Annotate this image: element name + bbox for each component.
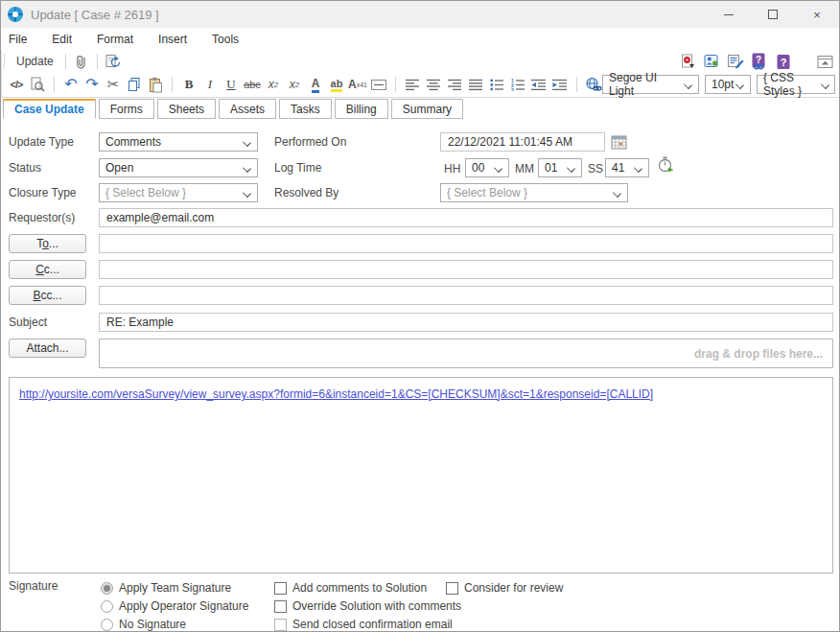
radio-no-signature[interactable]: No Signature <box>101 618 186 631</box>
format-toolbar: </> ↶ ↷ ✂ B I U abc x2 x2 A ab Ax41 <box>1 72 839 98</box>
numbered-list-icon[interactable]: 123 <box>507 75 528 94</box>
update-button[interactable]: Update <box>11 55 59 68</box>
maximize-button[interactable] <box>751 1 795 28</box>
horizontal-rule-icon[interactable] <box>368 75 389 94</box>
css-styles-select[interactable]: { CSS Styles } <box>757 75 835 94</box>
undo-icon[interactable]: ↶ <box>60 75 82 94</box>
tab-assets[interactable]: Assets <box>219 99 276 119</box>
performed-on-input[interactable]: 22/12/2021 11:01:45 AM <box>440 132 605 152</box>
align-center-icon[interactable] <box>423 75 444 94</box>
checkbox-icon <box>274 619 287 631</box>
subject-label: Subject <box>9 316 47 329</box>
menu-insert[interactable]: Insert <box>158 33 187 46</box>
requestors-input[interactable]: example@email.com <box>99 208 833 227</box>
status-select[interactable]: Open <box>99 158 258 177</box>
subscript-icon[interactable]: x2 <box>284 75 305 94</box>
resolved-by-select[interactable]: { Select Below } <box>440 183 628 202</box>
indent-icon[interactable] <box>549 75 571 94</box>
menu-format[interactable]: Format <box>97 33 133 46</box>
font-name-select[interactable]: Segoe UI Light <box>602 75 699 94</box>
tab-case-update[interactable]: Case Update <box>3 99 96 119</box>
tab-forms[interactable]: Forms <box>99 99 154 119</box>
bcc-input[interactable] <box>99 286 833 305</box>
checkbox-icon <box>446 582 458 595</box>
radio-apply-operator-signature[interactable]: Apply Operator Signature <box>101 599 248 613</box>
to-button[interactable]: To... <box>9 234 86 253</box>
message-body-editor[interactable]: http://yoursite.com/versaSurvey/view_sur… <box>9 377 833 573</box>
cc-button[interactable]: Cc... <box>9 260 86 279</box>
ss-select[interactable]: 41 <box>605 158 649 177</box>
resolved-by-label: Resolved By <box>274 186 338 199</box>
reload-template-icon[interactable] <box>104 53 123 70</box>
tab-sheets[interactable]: Sheets <box>157 99 216 119</box>
hh-select[interactable]: 00 <box>465 158 509 177</box>
chevron-down-icon <box>244 138 251 146</box>
checkbox-send-closed-confirmation[interactable]: Send closed confirmation email <box>274 618 453 631</box>
closure-type-select[interactable]: { Select Below } <box>99 183 258 202</box>
edit-form-icon[interactable] <box>726 53 745 70</box>
survey-link[interactable]: http://yoursite.com/versaSurvey/view_sur… <box>19 387 653 401</box>
checkbox-icon <box>274 582 287 595</box>
attachment-dropzone[interactable]: drag & drop files here... <box>99 339 833 368</box>
checkbox-override-solution[interactable]: Override Solution with comments <box>274 599 461 613</box>
insert-character-icon[interactable]: Ax41 <box>347 75 368 94</box>
cc-input[interactable] <box>99 260 833 279</box>
collapse-toolbar-icon[interactable] <box>815 53 834 70</box>
toolbar-grip <box>4 54 5 69</box>
bullet-list-icon[interactable] <box>486 75 507 94</box>
separator <box>576 77 577 92</box>
checkbox-consider-for-review[interactable]: Consider for review <box>446 581 563 595</box>
close-button[interactable]: × <box>795 1 839 28</box>
menu-tools[interactable]: Tools <box>212 33 239 46</box>
knowledge-base-icon[interactable]: ? <box>774 53 793 70</box>
action-toolbar: Update ? ? <box>1 51 839 72</box>
font-color-icon[interactable]: A <box>305 75 326 94</box>
tab-tasks[interactable]: Tasks <box>279 99 332 119</box>
timer-icon[interactable] <box>657 156 675 175</box>
update-type-select[interactable]: Comments <box>99 132 258 152</box>
attach-button[interactable]: Attach... <box>9 339 86 358</box>
copy-icon[interactable] <box>124 75 145 94</box>
separator <box>172 77 173 92</box>
chevron-down-icon <box>244 164 251 172</box>
bold-icon[interactable]: B <box>178 75 199 94</box>
insert-link-icon[interactable] <box>583 75 604 94</box>
export-pdf-icon[interactable] <box>678 53 697 70</box>
chevron-down-icon <box>244 189 251 197</box>
linked-knowledge-base-icon[interactable]: ? <box>750 53 769 70</box>
log-time-label: Log Time <box>274 161 321 175</box>
tab-billing[interactable]: Billing <box>335 99 388 119</box>
checkbox-add-comments-to-solution[interactable]: Add comments to Solution <box>274 581 427 595</box>
align-left-icon[interactable] <box>402 75 423 94</box>
outdent-icon[interactable] <box>528 75 549 94</box>
contact-details-icon[interactable] <box>702 53 721 70</box>
paste-icon[interactable] <box>145 75 166 94</box>
to-input[interactable] <box>99 234 833 253</box>
tab-summary[interactable]: Summary <box>391 99 463 119</box>
minimize-button[interactable] <box>707 1 751 28</box>
window-title: Update [ Case # 2619 ] <box>31 8 159 22</box>
justify-icon[interactable] <box>465 75 486 94</box>
redo-icon[interactable]: ↷ <box>82 75 103 94</box>
cut-icon[interactable]: ✂ <box>103 75 124 94</box>
italic-icon[interactable]: I <box>199 75 221 94</box>
bcc-button[interactable]: Bcc... <box>9 286 86 305</box>
underline-icon[interactable]: U <box>221 75 242 94</box>
signature-label: Signature <box>9 579 58 593</box>
highlight-color-icon[interactable]: ab <box>326 75 347 94</box>
menu-edit[interactable]: Edit <box>52 33 72 46</box>
radio-apply-team-signature[interactable]: Apply Team Signature <box>101 581 231 595</box>
calendar-icon[interactable] <box>611 134 627 150</box>
menu-file[interactable]: File <box>9 33 27 46</box>
html-source-icon[interactable]: </> <box>6 75 27 94</box>
font-size-select[interactable]: 10pt <box>705 75 751 94</box>
superscript-icon[interactable]: x2 <box>263 75 284 94</box>
attach-file-icon[interactable] <box>72 53 91 70</box>
subject-input[interactable]: RE: Example <box>99 313 833 332</box>
checkbox-icon <box>274 600 287 613</box>
mm-select[interactable]: 01 <box>538 158 582 177</box>
align-right-icon[interactable] <box>444 75 465 94</box>
preview-icon[interactable] <box>27 75 48 94</box>
status-label: Status <box>9 161 41 175</box>
strikethrough-icon[interactable]: abc <box>242 75 263 94</box>
